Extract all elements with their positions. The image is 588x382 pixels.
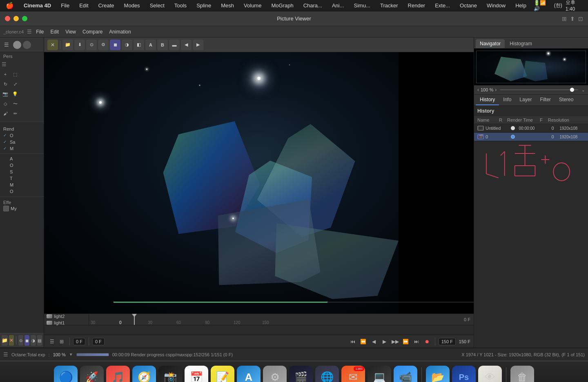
- app-name[interactable]: Cinema 4D: [21, 2, 53, 9]
- toolbar-a-btn[interactable]: A: [145, 40, 156, 50]
- status-dropdown-icon[interactable]: ▼: [69, 352, 73, 357]
- dock-icon-calendar[interactable]: 📅: [185, 366, 208, 382]
- menu-create[interactable]: Create: [96, 2, 117, 9]
- menu-tools[interactable]: Tools: [172, 2, 189, 9]
- toolbar-settings-btn[interactable]: ⚙: [98, 40, 109, 50]
- pb-go-start-btn[interactable]: ⏮: [348, 337, 357, 346]
- sec-compare[interactable]: Compare: [80, 28, 105, 36]
- tool-camera[interactable]: 📷: [1, 89, 10, 98]
- dock-icon-safari[interactable]: 🧭: [132, 366, 156, 382]
- sec-edit[interactable]: Edit: [48, 28, 62, 36]
- rt-half-btn[interactable]: ◑: [31, 335, 36, 346]
- maximize-button[interactable]: [22, 16, 27, 21]
- tool-move[interactable]: +: [1, 70, 10, 79]
- share-icon[interactable]: ⬆: [570, 16, 575, 22]
- toolbar-close-btn[interactable]: ✕: [47, 40, 58, 50]
- zoom-next-btn[interactable]: ›: [495, 87, 497, 93]
- dock-icon-c4d[interactable]: 🎬: [289, 366, 313, 382]
- htab-filter[interactable]: Filter: [536, 95, 555, 105]
- minimize-button[interactable]: [13, 16, 19, 21]
- tab-histogram[interactable]: Histogram: [506, 39, 536, 48]
- menu-volume[interactable]: Volume: [241, 2, 264, 9]
- menu-exte[interactable]: Exte...: [432, 2, 452, 9]
- menu-ani[interactable]: Ani...: [330, 2, 347, 9]
- pb-next-frame-btn[interactable]: ⏩: [401, 337, 410, 346]
- htab-info[interactable]: Info: [499, 95, 515, 105]
- menu-mesh[interactable]: Mesh: [218, 2, 236, 9]
- menu-mograph[interactable]: MoGraph: [269, 2, 296, 9]
- sec-view[interactable]: View: [63, 28, 78, 36]
- pb-step-back-btn[interactable]: ◀: [370, 337, 379, 346]
- toolbar-dl-btn[interactable]: ⬇: [74, 40, 85, 50]
- menu-chara[interactable]: Chara...: [301, 2, 325, 9]
- rt-folder-btn[interactable]: 📁: [2, 335, 8, 346]
- status-hamburger-icon[interactable]: ☰: [3, 351, 8, 358]
- pip-icon[interactable]: ⊡: [578, 16, 583, 22]
- tool-poly[interactable]: ◇: [1, 99, 10, 108]
- tool-select-box[interactable]: ⬚: [11, 70, 20, 79]
- panel-item-8[interactable]: ✓ O: [0, 188, 44, 195]
- dock-icon-zoom[interactable]: 📹: [394, 366, 417, 382]
- menu-select[interactable]: Select: [147, 2, 167, 9]
- effects-gear-icon[interactable]: [3, 206, 9, 211]
- zoom-prev-btn[interactable]: ‹: [477, 87, 479, 93]
- menu-octane[interactable]: Octane: [457, 2, 479, 9]
- panel-item-5[interactable]: ✓ S: [0, 169, 44, 175]
- panel-item-2[interactable]: ✓ M: [0, 145, 44, 152]
- panel-item-3[interactable]: ✓ A: [0, 155, 44, 162]
- view-grid-icon[interactable]: ⊞: [57, 337, 66, 346]
- menu-tracker[interactable]: Tracker: [378, 2, 401, 9]
- panel-item-4[interactable]: ✓ O: [0, 162, 44, 169]
- dock-icon-photos[interactable]: 📸: [158, 366, 182, 382]
- secondary-menu-toggle[interactable]: ☰: [27, 29, 32, 35]
- toolbar-folder-btn[interactable]: 📁: [62, 40, 73, 50]
- pb-play-fwd-btn[interactable]: ▶▶: [391, 337, 400, 346]
- menu-modes[interactable]: Modes: [122, 2, 143, 9]
- sec-file[interactable]: File: [33, 28, 46, 36]
- pb-play-btn[interactable]: ▶: [380, 337, 389, 346]
- htab-stereo[interactable]: Stereo: [555, 95, 577, 105]
- toolbar-half-btn[interactable]: ◑: [122, 40, 132, 50]
- dock-icon-preview[interactable]: 👁: [478, 366, 502, 382]
- history-row-1[interactable]: 🎬 0 0 1920x108: [474, 133, 588, 141]
- dock-icon-appstore[interactable]: A: [237, 366, 261, 382]
- korean-input[interactable]: (한): [554, 2, 562, 9]
- pb-go-end-btn[interactable]: ⏭: [412, 337, 421, 346]
- menu-simu[interactable]: Simu...: [352, 2, 373, 9]
- nav-expand-btn[interactable]: ⌄: [581, 88, 585, 92]
- htab-layer[interactable]: Layer: [515, 95, 536, 105]
- pb-prev-frame-btn[interactable]: ⏪: [359, 337, 368, 346]
- sidebar-circle-btn1[interactable]: [13, 41, 21, 49]
- menu-render[interactable]: Render: [405, 2, 428, 9]
- dock-icon-finder[interactable]: 🔵: [54, 366, 78, 382]
- rt-render-btn[interactable]: ◼: [24, 335, 29, 346]
- apple-menu[interactable]: 🍎: [3, 1, 16, 10]
- menu-spline[interactable]: Spline: [194, 2, 214, 9]
- panel-item-1[interactable]: ✓ Sa: [0, 139, 44, 145]
- panel-item-0[interactable]: ✓ O: [0, 132, 44, 139]
- toolbar-layout-btn[interactable]: ◧: [134, 40, 144, 50]
- dock-icon-vox[interactable]: 🎵: [106, 366, 130, 382]
- menu-window[interactable]: Window: [484, 2, 508, 9]
- toolbar-minus-btn[interactable]: ▬: [169, 40, 180, 50]
- pb-current-frame[interactable]: 0 F: [92, 338, 105, 345]
- sec-animation[interactable]: Animation: [107, 28, 133, 36]
- sidebar-circle-btn2[interactable]: [23, 41, 31, 49]
- pb-end-frame[interactable]: 150 F: [439, 338, 456, 345]
- dock-icon-mail[interactable]: ✉ 1360: [341, 366, 365, 382]
- dock-icon-octane[interactable]: 🌐: [315, 366, 339, 382]
- toolbar-prev-btn[interactable]: ◀: [181, 40, 192, 50]
- pb-start-frame[interactable]: 0 F: [73, 338, 85, 345]
- zoom-slider[interactable]: [500, 89, 578, 90]
- tool-spline[interactable]: 〜: [11, 99, 20, 108]
- panel-item-7[interactable]: ✓ M: [0, 182, 44, 188]
- dock-icon-launchpad[interactable]: 🚀: [80, 366, 104, 382]
- dock-icon-preferences[interactable]: ⚙: [263, 366, 287, 382]
- tool-rotate[interactable]: ↻: [1, 80, 10, 89]
- dock-icon-ps[interactable]: Ps: [452, 366, 476, 382]
- dock-icon-trash[interactable]: 🗑: [510, 366, 534, 382]
- sidebar-mode-toggle[interactable]: ☰: [2, 40, 11, 50]
- menu-help[interactable]: Help: [513, 2, 529, 9]
- cloner-label[interactable]: _cloner.c4: [3, 29, 24, 34]
- expand-icon[interactable]: ⊞: [562, 16, 567, 22]
